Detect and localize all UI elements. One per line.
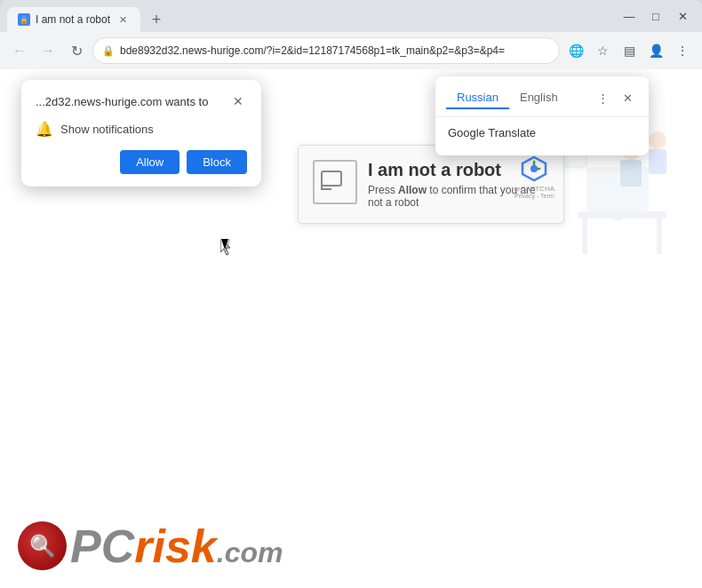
svg-point-7 xyxy=(649,131,666,149)
browser-tab[interactable]: 🔒 I am not a robot ✕ xyxy=(7,7,140,32)
allow-button[interactable]: Allow xyxy=(120,150,179,174)
bookmark-icon[interactable]: ☆ xyxy=(590,38,615,63)
svg-point-15 xyxy=(530,165,538,172)
recaptcha-privacy: Privacy - Term xyxy=(515,193,554,199)
toolbar: ← → ↻ 🔒 bde8932d32.news-hurige.com/?i=2&… xyxy=(0,32,702,69)
title-bar: 🔒 I am not a robot ✕ + — □ ✕ xyxy=(0,0,702,32)
address-bar[interactable]: 🔒 bde8932d32.news-hurige.com/?i=2&id=121… xyxy=(92,37,560,64)
forward-button[interactable]: → xyxy=(36,38,60,63)
notification-text: Show notifications xyxy=(60,123,154,136)
translate-icon[interactable]: 🌐 xyxy=(563,38,588,63)
svg-rect-8 xyxy=(649,149,666,174)
bell-icon: 🔔 xyxy=(36,121,53,138)
notification-row: 🔔 Show notifications xyxy=(36,121,247,138)
browser-window: 🔒 I am not a robot ✕ + — □ ✕ ← → ↻ 🔒 bde… xyxy=(0,0,702,588)
translate-tabs: Russian English xyxy=(446,87,592,109)
pcrisk-icon xyxy=(18,521,67,570)
svg-rect-13 xyxy=(322,171,341,186)
maximize-button[interactable]: □ xyxy=(643,4,668,28)
svg-rect-1 xyxy=(582,219,587,254)
popup-close-button[interactable]: ✕ xyxy=(229,92,247,110)
translate-body: Google Translate xyxy=(435,117,649,148)
svg-rect-4 xyxy=(613,211,622,220)
popup-buttons: Allow Block xyxy=(36,150,247,174)
refresh-button[interactable]: ↻ xyxy=(64,38,89,63)
pcrisk-logo: PCrisk.com xyxy=(18,521,283,570)
minimize-button[interactable]: — xyxy=(617,4,642,28)
mouse-cursor xyxy=(220,238,231,254)
tab-favicon: 🔒 xyxy=(18,13,30,26)
window-controls: — □ ✕ xyxy=(617,4,695,28)
svg-rect-2 xyxy=(657,219,662,254)
translate-header-icons: ⋮ ✕ xyxy=(592,88,638,109)
captcha-card: I am not a robot Press Allow to confirm … xyxy=(298,145,564,224)
translate-menu-icon[interactable]: ⋮ xyxy=(592,88,613,109)
sidebar-icon[interactable]: ▤ xyxy=(617,38,642,63)
close-button[interactable]: ✕ xyxy=(670,4,695,28)
tab-close-button[interactable]: ✕ xyxy=(116,12,130,27)
pcrisk-risk: risk xyxy=(134,523,217,569)
block-button[interactable]: Block xyxy=(187,150,247,174)
recaptcha-label: reCAPTCHA xyxy=(515,185,554,193)
menu-icon[interactable]: ⋮ xyxy=(670,38,695,63)
notification-popup: ...2d32.news-hurige.com wants to ✕ 🔔 Sho… xyxy=(21,80,261,187)
google-translate-label: Google Translate xyxy=(448,126,536,139)
tab-bar: 🔒 I am not a robot ✕ + xyxy=(7,0,613,32)
pcrisk-com: .com xyxy=(217,538,283,567)
svg-rect-6 xyxy=(620,160,642,187)
translate-tab-russian[interactable]: Russian xyxy=(446,87,509,109)
translate-popup: Russian English ⋮ ✕ Google Translate xyxy=(435,76,649,155)
pcrisk-pc: PC xyxy=(70,523,134,569)
tab-label: I am not a robot xyxy=(36,13,110,26)
popup-site-text: ...2d32.news-hurige.com wants to xyxy=(36,95,208,108)
lock-icon: 🔒 xyxy=(102,45,115,57)
new-tab-button[interactable]: + xyxy=(144,7,169,32)
translate-close-button[interactable]: ✕ xyxy=(617,88,638,109)
toolbar-icons: 🌐 ☆ ▤ 👤 ⋮ xyxy=(563,38,695,63)
back-button[interactable]: ← xyxy=(7,38,32,63)
page-content: Pa xyxy=(0,69,702,588)
profile-icon[interactable]: 👤 xyxy=(643,38,668,63)
popup-header: ...2d32.news-hurige.com wants to ✕ xyxy=(36,92,247,110)
translate-tab-english[interactable]: English xyxy=(509,87,569,109)
translate-header: Russian English ⋮ ✕ xyxy=(435,83,649,117)
captcha-icon xyxy=(313,160,357,204)
address-text: bde8932d32.news-hurige.com/?i=2&id=12187… xyxy=(120,44,550,57)
captcha-logo: reCAPTCHA Privacy - Term xyxy=(515,155,554,199)
